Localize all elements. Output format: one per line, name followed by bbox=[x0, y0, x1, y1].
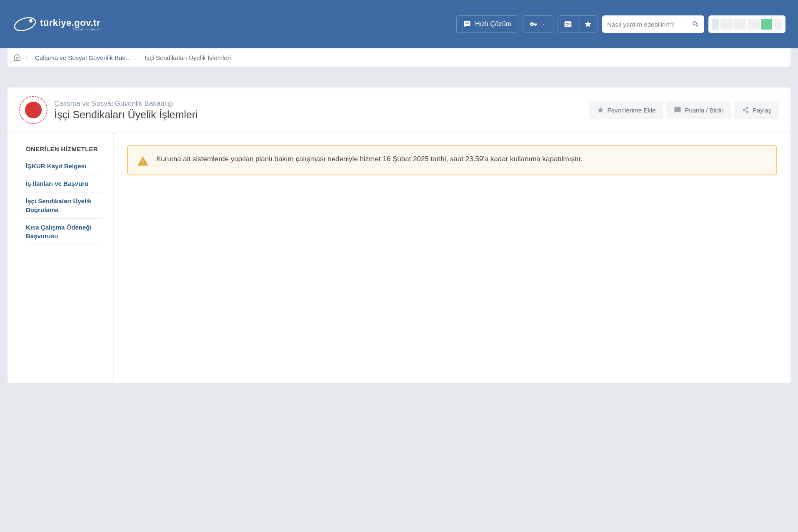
user-profile-button[interactable] bbox=[708, 15, 785, 33]
home-icon[interactable] bbox=[13, 54, 21, 61]
sidebar-heading: ÖNERİLEN HİZMETLER bbox=[26, 145, 102, 152]
card-actions: Favorilerime Ekle Puanla / Bildir Paylaş bbox=[589, 101, 779, 119]
sidebar-divider bbox=[26, 256, 102, 256]
share-button[interactable]: Paylaş bbox=[734, 101, 779, 119]
main-card: Çalışma ve Sosyal Güvenlik Bakanlığı İşç… bbox=[8, 87, 790, 383]
blurred-segment bbox=[748, 19, 760, 30]
chat-icon bbox=[463, 20, 471, 28]
card-titles: Çalışma ve Sosyal Güvenlik Bakanlığı İşç… bbox=[54, 100, 589, 121]
sidebar-item[interactable]: İŞKUR Kayıt Belgesi bbox=[26, 157, 102, 175]
ministry-logo bbox=[19, 96, 48, 124]
star-icon bbox=[597, 106, 604, 114]
star-icon bbox=[584, 20, 592, 28]
alert-message: Kuruma ait sistemlerde yapılan planlı ba… bbox=[156, 154, 583, 165]
breadcrumb-current: İşçi Sendikaları Üyelik İşlemleri bbox=[145, 54, 231, 61]
header-right: Hızlı Çözüm bbox=[456, 15, 785, 33]
sidebar: ÖNERİLEN HİZMETLER İŞKUR Kayıt Belgesi İ… bbox=[8, 133, 114, 383]
blurred-segment bbox=[720, 19, 733, 30]
search-box bbox=[602, 15, 704, 33]
quick-solution-label: Hızlı Çözüm bbox=[475, 20, 511, 28]
sidebar-item[interactable]: İşçi Sendikaları Üyelik Doğrulama bbox=[26, 192, 102, 219]
card-body: ÖNERİLEN HİZMETLER İŞKUR Kayıt Belgesi İ… bbox=[8, 133, 790, 383]
share-label: Paylaş bbox=[753, 107, 771, 114]
breadcrumb-ministry[interactable]: Çalışma ve Sosyal Güvenlik Bak... bbox=[35, 54, 130, 61]
rate-label: Puanla / Bildir bbox=[685, 107, 723, 114]
favorite-button[interactable]: Favorilerime Ekle bbox=[589, 101, 663, 119]
blurred-segment bbox=[773, 19, 782, 30]
site-logo[interactable]: türkiye.gov.tr "Devletin Kısayolu" bbox=[13, 15, 100, 34]
star-button[interactable] bbox=[578, 16, 598, 32]
breadcrumb: 〉 Çalışma ve Sosyal Güvenlik Bak... 〉 İş… bbox=[8, 48, 790, 67]
chevron-down-icon bbox=[541, 22, 546, 27]
comment-icon bbox=[674, 106, 681, 114]
favorite-label: Favorilerime Ekle bbox=[608, 107, 656, 114]
rate-button[interactable]: Puanla / Bildir bbox=[666, 101, 731, 119]
card-subtitle: Çalışma ve Sosyal Güvenlik Bakanlığı bbox=[54, 100, 589, 108]
breadcrumb-separator: 〉 bbox=[134, 52, 141, 62]
blurred-segment bbox=[734, 19, 745, 30]
content-area: Kuruma ait sistemlerde yapılan planlı ba… bbox=[114, 133, 790, 383]
sidebar-item[interactable]: Kısa Çalışma Ödeneği Başvurusu bbox=[26, 219, 102, 245]
search-icon[interactable] bbox=[692, 20, 699, 28]
key-icon bbox=[530, 20, 537, 28]
svg-point-0 bbox=[13, 15, 37, 33]
blurred-segment bbox=[761, 19, 772, 30]
card-title: İşçi Sendikaları Üyelik İşlemleri bbox=[54, 109, 589, 121]
share-icon bbox=[742, 106, 749, 114]
top-header: türkiye.gov.tr "Devletin Kısayolu" Hızlı… bbox=[0, 0, 798, 48]
card-header: Çalışma ve Sosyal Güvenlik Bakanlığı İşç… bbox=[8, 87, 790, 133]
id-card-button[interactable] bbox=[558, 16, 578, 32]
quick-solution-button[interactable]: Hızlı Çözüm bbox=[456, 15, 518, 33]
svg-point-1 bbox=[29, 19, 33, 22]
search-input[interactable] bbox=[607, 21, 692, 28]
warning-icon bbox=[137, 155, 149, 167]
id-card-icon bbox=[564, 20, 572, 28]
warning-alert: Kuruma ait sistemlerde yapılan planlı ba… bbox=[127, 145, 777, 175]
sidebar-item[interactable]: İş İlanları ve Başvuru bbox=[26, 175, 102, 192]
header-icon-group bbox=[558, 15, 598, 33]
key-dropdown-button[interactable] bbox=[523, 15, 553, 33]
logo-swirl-icon bbox=[13, 15, 38, 34]
breadcrumb-separator: 〉 bbox=[24, 52, 32, 62]
logo-text: türkiye.gov.tr bbox=[40, 17, 100, 28]
blurred-segment bbox=[712, 19, 719, 30]
